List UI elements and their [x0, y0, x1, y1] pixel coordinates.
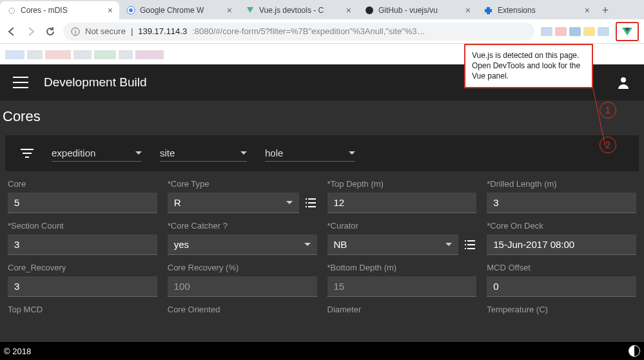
- core-recovery-pct-input: [168, 276, 317, 297]
- svg-point-3: [366, 6, 373, 14]
- chrome-icon: [126, 5, 136, 15]
- ext-icon[interactable]: [555, 27, 567, 36]
- annotation-circle-2: 2: [600, 137, 616, 153]
- annotation-circle-1: 1: [600, 102, 616, 118]
- ext-icon[interactable]: [569, 27, 581, 36]
- svg-marker-2: [247, 7, 253, 13]
- back-button[interactable]: [5, 25, 18, 38]
- filter-icon[interactable]: [21, 148, 34, 158]
- tooltip-text: Vue.js is detected on this page. Open De…: [472, 51, 580, 81]
- chevron-down-icon: [349, 151, 355, 155]
- list-icon[interactable]: [463, 240, 476, 250]
- field-bottom-depth: *Bottom Depth (m): [327, 263, 477, 297]
- svg-point-1: [129, 8, 133, 12]
- url-input[interactable]: i Not secure | 139.17.114.3:8080/#/core-…: [63, 23, 534, 41]
- tab-title: Cores - mDIS: [21, 6, 104, 15]
- forward-button[interactable]: [24, 25, 37, 38]
- close-icon[interactable]: ×: [346, 5, 351, 15]
- app-root: Development Build Cores expedition site …: [0, 64, 644, 360]
- list-icon[interactable]: [304, 198, 317, 208]
- field-top-mcd: Top MCD: [8, 305, 157, 318]
- mcd-offset-input[interactable]: [487, 276, 636, 297]
- section-count-input[interactable]: [8, 234, 157, 255]
- chevron-down-icon: [135, 151, 142, 155]
- field-core-on-deck: *Core On Deck: [487, 221, 636, 255]
- field-drilled-length: *Drilled Length (m): [487, 179, 636, 213]
- filter-site[interactable]: site: [160, 145, 247, 162]
- close-icon[interactable]: ×: [585, 5, 590, 15]
- field-core-recovery: Core_Recovery: [8, 263, 157, 297]
- bottom-depth-input: [327, 276, 477, 297]
- ext-icon[interactable]: [541, 27, 552, 36]
- field-core: Core: [8, 179, 157, 213]
- browser-tabstrip: ◌ Cores - mDIS × Google Chrome W × Vue.j…: [0, 0, 644, 19]
- reload-button[interactable]: [44, 25, 57, 38]
- curator-select[interactable]: NB: [327, 234, 459, 255]
- tab-github[interactable]: GitHub - vuejs/vu ×: [358, 1, 477, 19]
- extension-icons: [541, 27, 609, 36]
- filter-bar: expedition site hole: [5, 135, 639, 171]
- field-core-oriented: Core Oriented: [168, 305, 317, 318]
- tab-title: Extensions: [498, 6, 581, 15]
- filter-hole[interactable]: hole: [265, 145, 355, 162]
- vue-detected-tooltip: Vue.js is detected on this page. Open De…: [464, 44, 593, 88]
- field-diameter: Diameter: [327, 305, 477, 318]
- new-tab-button[interactable]: +: [596, 1, 614, 19]
- core-recovery-input[interactable]: [8, 276, 157, 297]
- field-curator: *Curator NB: [327, 221, 477, 255]
- core-on-deck-input[interactable]: [487, 234, 636, 255]
- vue-icon: [245, 5, 255, 15]
- tab-vue-devtools[interactable]: Vue.js devtools - C ×: [239, 1, 358, 19]
- field-top-depth: *Top Depth (m): [327, 179, 477, 213]
- extension-icon: [483, 5, 494, 15]
- field-temperature: Temperature (C): [487, 305, 636, 318]
- vue-devtools-extension[interactable]: [616, 22, 639, 41]
- ext-icon[interactable]: [598, 27, 609, 36]
- security-label: Not secure: [85, 26, 126, 36]
- field-core-type: *Core Type R: [168, 179, 317, 213]
- tab-title: Vue.js devtools - C: [259, 6, 342, 15]
- field-section-count: *Section Count: [8, 221, 157, 255]
- drilled-length-input[interactable]: [487, 193, 636, 213]
- core-form: Core *Core Type R *Top Depth (m) *Drille…: [0, 176, 644, 321]
- info-icon: i: [71, 27, 80, 36]
- copyright: © 2018: [4, 346, 31, 356]
- core-type-select[interactable]: R: [168, 193, 299, 213]
- field-core-recovery-pct: Core Recovery (%): [168, 263, 317, 297]
- tab-cores[interactable]: ◌ Cores - mDIS ×: [0, 1, 119, 19]
- svg-point-6: [621, 77, 626, 82]
- close-icon[interactable]: ×: [227, 5, 232, 15]
- field-core-catcher: *Core Catcher ?yes: [168, 221, 317, 255]
- tab-chrome-webstore[interactable]: Google Chrome W ×: [119, 1, 239, 19]
- tab-title: GitHub - vuejs/vu: [378, 6, 462, 15]
- menu-icon[interactable]: [13, 77, 28, 88]
- filter-expedition[interactable]: expedition: [52, 145, 142, 162]
- field-mcd-offset: MCD Offset: [487, 263, 636, 297]
- svg-text:i: i: [75, 28, 76, 35]
- github-icon: [364, 5, 375, 15]
- core-input[interactable]: [8, 193, 157, 213]
- vue-logo-icon: [622, 28, 632, 35]
- close-icon[interactable]: ×: [108, 5, 113, 15]
- page-title: Cores: [0, 100, 644, 130]
- address-bar: i Not secure | 139.17.114.3:8080/#/core-…: [0, 19, 644, 44]
- tab-title: Google Chrome W: [140, 6, 223, 15]
- tab-extensions[interactable]: Extensions ×: [477, 1, 596, 19]
- contrast-toggle-icon[interactable]: [629, 345, 640, 357]
- ext-icon[interactable]: [583, 27, 595, 36]
- url-host: 139.17.114.3: [138, 26, 187, 36]
- favicon-generic: ◌: [6, 5, 17, 15]
- close-icon[interactable]: ×: [465, 5, 471, 15]
- chevron-down-icon: [304, 243, 311, 246]
- user-icon[interactable]: [616, 75, 631, 90]
- chevron-down-icon: [286, 201, 293, 204]
- chevron-down-icon: [445, 243, 452, 246]
- url-path: :8080/#/core-form/5?filter=%7B"expeditio…: [192, 26, 425, 36]
- chevron-down-icon: [240, 151, 247, 155]
- app-footer: © 2018: [0, 342, 644, 360]
- top-depth-input[interactable]: [327, 193, 477, 213]
- core-catcher-select[interactable]: yes: [168, 234, 317, 255]
